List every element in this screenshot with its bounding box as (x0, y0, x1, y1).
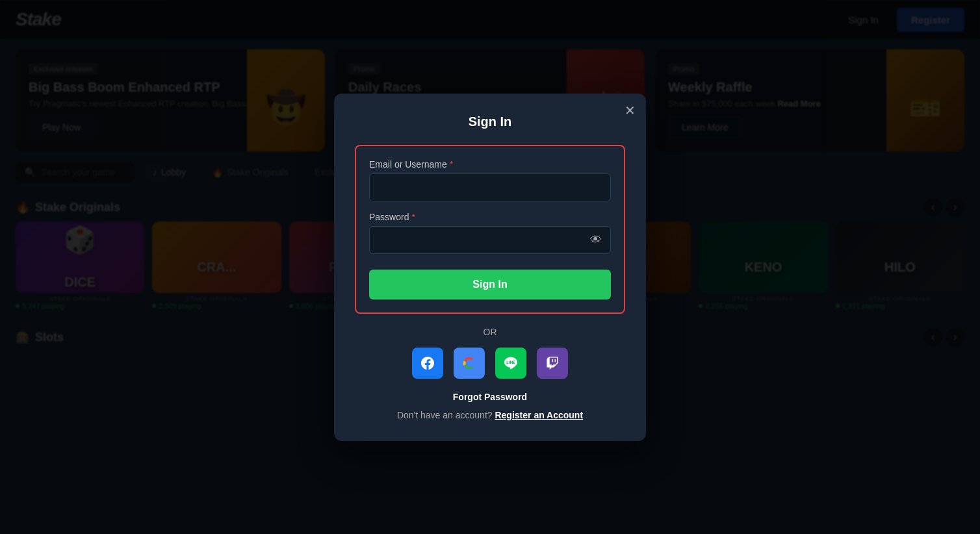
social-buttons (355, 348, 625, 379)
google-signin-button[interactable] (454, 348, 485, 379)
line-signin-button[interactable] (495, 348, 526, 379)
modal-close-button[interactable]: ✕ (625, 104, 636, 117)
password-required-star: * (411, 212, 415, 222)
or-divider: OR (355, 327, 625, 337)
facebook-signin-button[interactable] (412, 348, 443, 379)
register-account-link[interactable]: Register an Account (495, 410, 583, 420)
password-label: Password * (369, 212, 611, 222)
email-required-star: * (450, 159, 453, 170)
signin-modal: ✕ Sign In Email or Username * Password *… (334, 94, 646, 441)
email-label: Email or Username * (369, 159, 611, 170)
modal-title: Sign In (355, 114, 625, 129)
forgot-password-link[interactable]: Forgot Password (355, 392, 625, 402)
signin-form-button[interactable]: Sign In (369, 270, 611, 299)
eye-icon[interactable]: 👁 (590, 233, 602, 247)
email-input[interactable] (369, 173, 611, 201)
password-input[interactable] (369, 226, 611, 254)
twitch-signin-button[interactable] (537, 348, 568, 379)
register-link: Don't have an account? Register an Accou… (355, 410, 625, 420)
password-wrapper: 👁 (369, 226, 611, 254)
modal-overlay: ✕ Sign In Email or Username * Password *… (0, 0, 980, 534)
signin-form-section: Email or Username * Password * 👁 Sign In (355, 145, 625, 314)
